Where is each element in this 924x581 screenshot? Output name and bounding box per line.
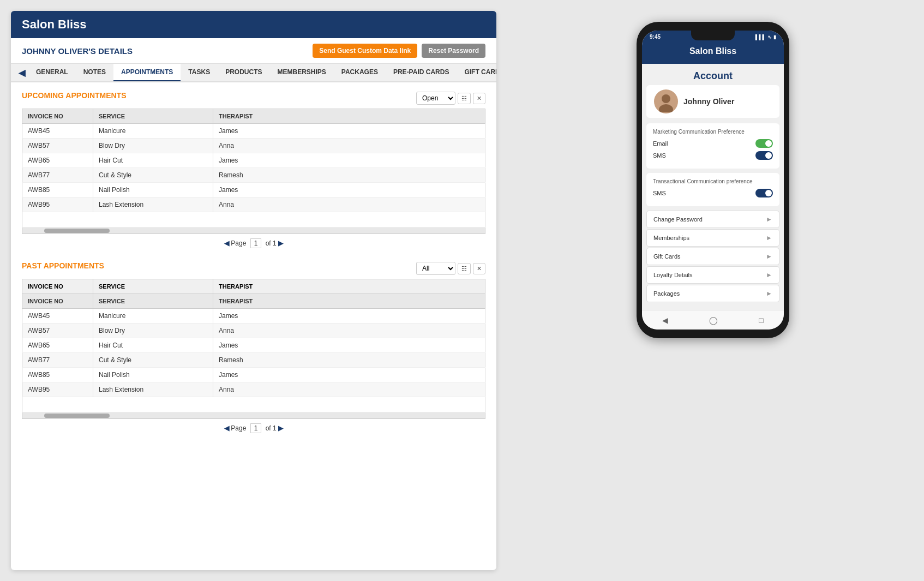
tab-appointments[interactable]: APPOINTMENTS bbox=[113, 64, 181, 81]
past-next-page[interactable]: ▶ bbox=[278, 424, 283, 432]
table-row[interactable]: AWB95 Lash Extension Anna bbox=[22, 197, 485, 212]
phone-user-name: Johnny Oliver bbox=[683, 97, 734, 106]
past-section: PAST APPOINTMENTS All Open Closed ☷ ✕ IN… bbox=[22, 261, 485, 438]
phone-app-title: Salon Bliss bbox=[689, 46, 736, 56]
table-row[interactable]: AWB85 Nail Polish James bbox=[22, 183, 485, 197]
send-data-button[interactable]: Send Guest Custom Data link bbox=[313, 44, 417, 58]
header-buttons: Send Guest Custom Data link Reset Passwo… bbox=[313, 44, 485, 58]
past-page-label: Page bbox=[231, 424, 248, 432]
table-row[interactable]: AWB57 Blow Dry Anna bbox=[22, 324, 485, 338]
past-scrollbar[interactable] bbox=[22, 412, 485, 419]
cell-therapist: James bbox=[213, 183, 485, 197]
upcoming-filter-select[interactable]: Open All Closed bbox=[416, 92, 455, 105]
phone-user-row: Johnny Oliver bbox=[646, 85, 779, 118]
list-item[interactable]: Memberships ► bbox=[646, 229, 779, 247]
past-grid-button[interactable]: ☷ bbox=[458, 263, 471, 274]
upcoming-scrollbar[interactable] bbox=[22, 227, 485, 234]
upcoming-of-label: of 1 bbox=[266, 239, 277, 247]
cell-service: Lash Extension bbox=[93, 382, 213, 397]
past-prev-page[interactable]: ◀ bbox=[224, 424, 229, 432]
table-row[interactable]: AWB65 Hair Cut James bbox=[22, 153, 485, 168]
menu-item-label: Change Password bbox=[653, 216, 703, 223]
past-close-button[interactable]: ✕ bbox=[473, 263, 485, 274]
email-toggle-row: Email bbox=[653, 139, 773, 148]
table-row[interactable]: AWB45 Manicure James bbox=[22, 309, 485, 324]
cell-therapist: Anna bbox=[213, 324, 485, 338]
list-item[interactable]: Change Password ► bbox=[646, 211, 779, 228]
cell-service: Nail Polish bbox=[93, 183, 213, 197]
tab-general[interactable]: GENERAL bbox=[28, 64, 76, 81]
cell-service: Blow Dry bbox=[93, 324, 213, 338]
tab-memberships[interactable]: MEMBERSHIPS bbox=[269, 64, 333, 81]
upcoming-prev-page[interactable]: ◀ bbox=[224, 239, 229, 247]
guest-header: JOHNNY OLIVER'S DETAILS Send Guest Custo… bbox=[11, 38, 496, 64]
upcoming-section-header: UPCOMING APPOINTMENTS Open All Closed ☷ … bbox=[22, 91, 485, 105]
cell-invoice: AWB85 bbox=[22, 368, 93, 382]
table-row[interactable]: AWB77 Cut & Style Ramesh bbox=[22, 168, 485, 183]
phone-screen: 9:45 ▌▌▌ ∿ ▮ Salon Bliss Account bbox=[642, 31, 784, 330]
reset-password-button[interactable]: Reset Password bbox=[422, 44, 485, 58]
past-table-header: INVOICE NO SERVICE THERAPIST bbox=[22, 294, 485, 309]
table-row[interactable]: AWB45 Manicure James bbox=[22, 124, 485, 139]
tab-tasks[interactable]: TASKS bbox=[181, 64, 218, 81]
table-row[interactable]: AWB77 Cut & Style Ramesh bbox=[22, 353, 485, 368]
cell-invoice: AWB85 bbox=[22, 183, 93, 197]
guest-name: JOHNNY OLIVER'S DETAILS bbox=[22, 46, 133, 56]
chevron-right-icon: ► bbox=[766, 234, 772, 242]
cell-therapist: Ramesh bbox=[213, 353, 485, 368]
past-col-service: SERVICE bbox=[93, 294, 213, 309]
upcoming-page-label: Page bbox=[231, 239, 248, 247]
cell-service: Blow Dry bbox=[93, 139, 213, 153]
home-nav-icon[interactable]: ◯ bbox=[709, 316, 718, 325]
table-row[interactable]: AWB95 Lash Extension Anna bbox=[22, 382, 485, 397]
menu-item-label: Memberships bbox=[653, 235, 689, 241]
transactional-pref-section: Transactional Communication preference S… bbox=[646, 173, 779, 206]
list-item[interactable]: Gift Cards ► bbox=[646, 248, 779, 265]
tab-pre-paid-cards[interactable]: PRE-PAID CARDS bbox=[386, 64, 457, 81]
sms-toggle[interactable] bbox=[755, 151, 773, 160]
tab-prev-button[interactable]: ◀ bbox=[15, 65, 28, 80]
past-filter-select[interactable]: All Open Closed bbox=[416, 262, 455, 275]
avatar bbox=[654, 89, 678, 113]
cell-invoice: AWB45 bbox=[22, 124, 93, 139]
upcoming-next-page[interactable]: ▶ bbox=[278, 239, 283, 247]
trans-sms-label: SMS bbox=[653, 190, 666, 196]
back-nav-icon[interactable]: ◀ bbox=[662, 316, 668, 325]
upcoming-table-header: INVOICE NO SERVICE THERAPIST bbox=[22, 109, 485, 124]
tab-products[interactable]: PRODUCTS bbox=[218, 64, 269, 81]
trans-sms-toggle[interactable] bbox=[755, 189, 773, 197]
recent-nav-icon[interactable]: □ bbox=[759, 316, 763, 325]
past-title: PAST APPOINTMENTS bbox=[22, 261, 104, 270]
upcoming-pagination: ◀ Page 1 of 1 ▶ bbox=[22, 234, 485, 253]
tab-gift-cards[interactable]: GIFT CARDS bbox=[457, 64, 496, 81]
tab-notes[interactable]: NOTES bbox=[76, 64, 113, 81]
chevron-right-icon: ► bbox=[766, 290, 772, 297]
upcoming-col-service: SERVICE bbox=[93, 109, 213, 124]
phone-notch bbox=[691, 31, 735, 40]
list-item[interactable]: Packages ► bbox=[646, 285, 779, 302]
app-header: Salon Bliss bbox=[11, 11, 496, 38]
list-item[interactable]: Loyalty Details ► bbox=[646, 266, 779, 284]
tabs-bar: ◀ GENERAL NOTES APPOINTMENTS TASKS PRODU… bbox=[11, 64, 496, 82]
cell-therapist: Ramesh bbox=[213, 168, 485, 183]
table-row[interactable]: AWB85 Nail Polish James bbox=[22, 368, 485, 382]
table-row[interactable]: AWB65 Hair Cut James bbox=[22, 338, 485, 353]
past-outer-col-therapist: THERAPIST bbox=[213, 279, 485, 294]
cell-therapist: Anna bbox=[213, 197, 485, 212]
past-table: INVOICE NO SERVICE THERAPIST AWB45 Manic… bbox=[22, 294, 485, 412]
sms-label: SMS bbox=[653, 152, 666, 159]
marketing-pref-title: Marketing Communication Preference bbox=[653, 129, 773, 135]
upcoming-grid-button[interactable]: ☷ bbox=[458, 93, 471, 104]
cell-therapist: James bbox=[213, 124, 485, 139]
cell-therapist: James bbox=[213, 338, 485, 353]
table-row[interactable]: AWB57 Blow Dry Anna bbox=[22, 139, 485, 153]
phone-time: 9:45 bbox=[650, 34, 661, 40]
menu-item-label: Loyalty Details bbox=[653, 272, 693, 278]
tab-packages[interactable]: PACKAGES bbox=[334, 64, 386, 81]
tab-content: UPCOMING APPOINTMENTS Open All Closed ☷ … bbox=[11, 82, 496, 446]
menu-item-label: Gift Cards bbox=[653, 253, 681, 260]
cell-invoice: AWB65 bbox=[22, 153, 93, 168]
upcoming-close-button[interactable]: ✕ bbox=[473, 93, 485, 104]
email-toggle[interactable] bbox=[755, 139, 773, 148]
phone-bottom-bar: ◀ ◯ □ bbox=[642, 310, 784, 330]
